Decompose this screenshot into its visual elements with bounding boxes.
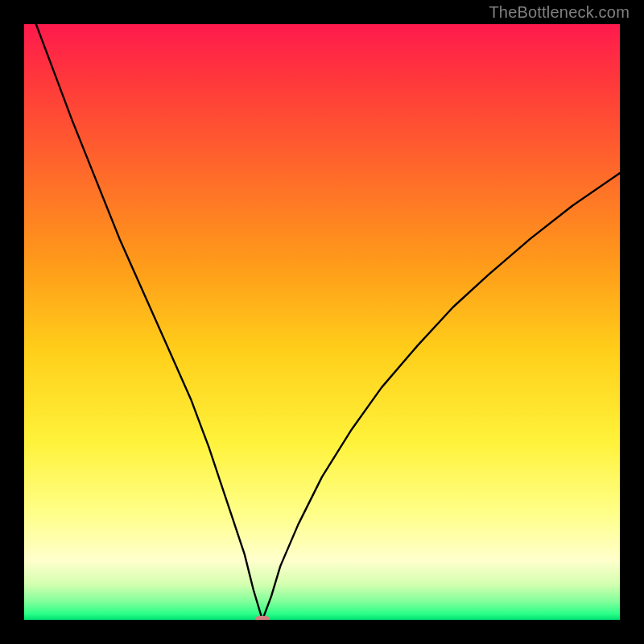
watermark-text: TheBottleneck.com (489, 3, 630, 22)
plot-area (24, 24, 620, 620)
curve-layer (24, 24, 620, 620)
chart-frame: TheBottleneck.com (0, 0, 644, 644)
bottleneck-curve (24, 24, 620, 620)
optimal-marker (255, 616, 270, 620)
